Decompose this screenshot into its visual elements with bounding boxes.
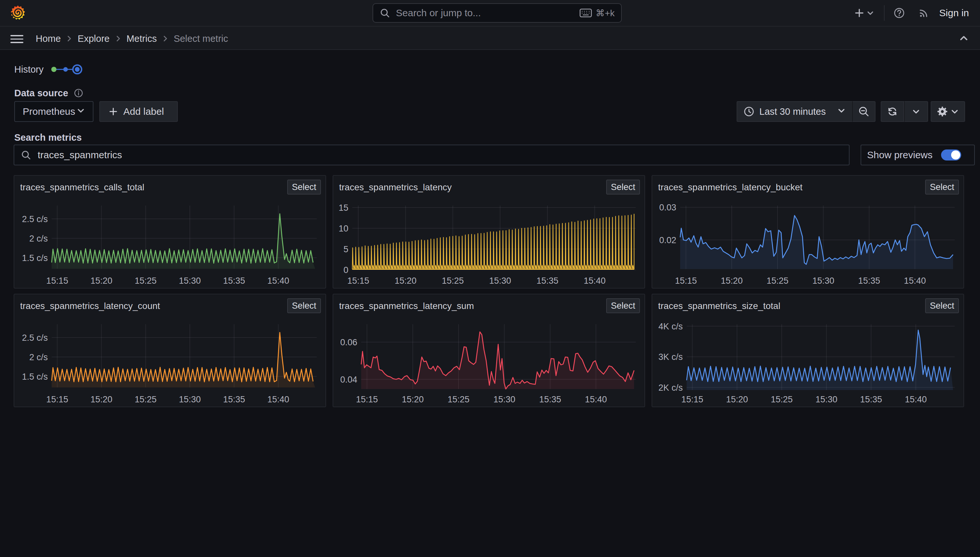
svg-text:15:15: 15:15	[46, 276, 69, 286]
svg-text:15:35: 15:35	[858, 276, 880, 286]
svg-text:15:25: 15:25	[442, 276, 464, 286]
svg-text:10: 10	[339, 224, 348, 233]
svg-text:15:30: 15:30	[179, 394, 201, 404]
svg-text:15:20: 15:20	[395, 276, 416, 286]
svg-text:15:25: 15:25	[135, 276, 157, 286]
svg-text:1.5 c/s: 1.5 c/s	[22, 253, 48, 263]
svg-text:0.03: 0.03	[659, 203, 676, 212]
svg-text:15:30: 15:30	[812, 276, 834, 286]
svg-text:15:40: 15:40	[267, 394, 289, 404]
svg-text:15:25: 15:25	[766, 276, 789, 286]
svg-text:15:35: 15:35	[223, 276, 245, 286]
svg-text:2 c/s: 2 c/s	[29, 352, 48, 362]
svg-text:2 c/s: 2 c/s	[29, 234, 48, 243]
svg-text:2K c/s: 2K c/s	[658, 383, 683, 393]
svg-text:5: 5	[344, 244, 348, 254]
svg-text:15:30: 15:30	[493, 394, 515, 404]
svg-text:4K c/s: 4K c/s	[658, 322, 683, 331]
svg-text:3K c/s: 3K c/s	[658, 352, 683, 362]
svg-text:2.5 c/s: 2.5 c/s	[22, 214, 48, 224]
svg-text:15:20: 15:20	[721, 276, 743, 286]
svg-text:15:15: 15:15	[675, 276, 697, 286]
svg-text:15:40: 15:40	[904, 276, 926, 286]
svg-text:15:15: 15:15	[681, 394, 704, 404]
svg-text:2.5 c/s: 2.5 c/s	[22, 333, 48, 343]
svg-text:0.04: 0.04	[340, 375, 357, 384]
svg-text:1.5 c/s: 1.5 c/s	[22, 372, 48, 382]
svg-text:0.02: 0.02	[659, 235, 676, 245]
svg-text:15:40: 15:40	[905, 394, 927, 404]
svg-text:15:25: 15:25	[135, 394, 157, 404]
svg-text:0.06: 0.06	[340, 337, 357, 347]
svg-text:15:15: 15:15	[347, 276, 369, 286]
svg-text:15:20: 15:20	[91, 276, 113, 286]
svg-text:15:35: 15:35	[536, 276, 559, 286]
svg-text:15:35: 15:35	[860, 394, 882, 404]
svg-text:15:20: 15:20	[91, 394, 113, 404]
svg-text:0: 0	[344, 265, 348, 275]
svg-text:15:15: 15:15	[356, 394, 378, 404]
svg-text:15:25: 15:25	[771, 394, 793, 404]
svg-text:15:20: 15:20	[726, 394, 748, 404]
svg-text:15:35: 15:35	[539, 394, 561, 404]
svg-text:15:35: 15:35	[223, 394, 245, 404]
svg-text:15: 15	[339, 203, 348, 213]
svg-text:15:40: 15:40	[267, 276, 289, 286]
svg-text:15:30: 15:30	[815, 394, 838, 404]
svg-text:15:30: 15:30	[179, 276, 201, 286]
svg-text:15:40: 15:40	[584, 276, 606, 286]
svg-text:15:30: 15:30	[489, 276, 511, 286]
svg-text:15:25: 15:25	[448, 394, 470, 404]
svg-text:15:15: 15:15	[46, 394, 69, 404]
svg-text:15:20: 15:20	[402, 394, 424, 404]
svg-text:15:40: 15:40	[585, 394, 607, 404]
